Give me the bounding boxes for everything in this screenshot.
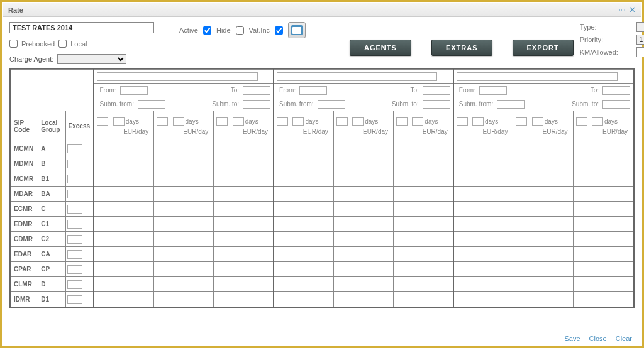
rate-cell[interactable] xyxy=(154,141,214,156)
rate-cell[interactable] xyxy=(394,156,453,171)
s3-from-input[interactable] xyxy=(479,86,507,95)
rate-cell[interactable] xyxy=(394,141,453,156)
season-2-name-input[interactable] xyxy=(277,72,437,81)
days-to-input[interactable] xyxy=(233,117,244,126)
rate-cell[interactable] xyxy=(513,277,573,292)
rate-cell[interactable] xyxy=(453,232,513,247)
type-select[interactable] xyxy=(636,22,644,32)
days-from-input[interactable] xyxy=(336,117,348,126)
km-allowed-input[interactable] xyxy=(636,47,644,57)
close-icon[interactable]: ✕ xyxy=(629,5,636,14)
days-from-input[interactable] xyxy=(97,117,108,126)
rate-cell[interactable] xyxy=(453,187,513,202)
rate-cell[interactable] xyxy=(214,292,274,307)
rate-cell[interactable] xyxy=(394,187,453,202)
s2-subto-input[interactable] xyxy=(423,100,450,109)
close-link[interactable]: Close xyxy=(589,335,607,342)
season-1-name-input[interactable] xyxy=(97,72,257,81)
rate-cell[interactable] xyxy=(333,232,393,247)
rate-cell[interactable] xyxy=(94,247,153,262)
rate-cell[interactable] xyxy=(154,292,214,307)
days-to-input[interactable] xyxy=(472,117,484,126)
rate-cell[interactable] xyxy=(214,171,274,187)
rate-cell[interactable] xyxy=(214,202,274,217)
rate-cell[interactable] xyxy=(274,141,333,156)
rate-cell[interactable] xyxy=(394,247,453,262)
rate-cell[interactable] xyxy=(154,262,214,277)
rate-cell[interactable] xyxy=(513,202,573,217)
excess-input[interactable] xyxy=(67,144,82,153)
rate-cell[interactable] xyxy=(333,202,393,217)
rate-cell[interactable] xyxy=(333,247,393,262)
rate-cell[interactable] xyxy=(274,202,333,217)
s2-to-input[interactable] xyxy=(423,86,450,95)
days-to-input[interactable] xyxy=(113,117,125,126)
rate-cell[interactable] xyxy=(513,141,573,156)
rate-cell[interactable] xyxy=(573,187,633,202)
rate-cell[interactable] xyxy=(274,292,333,307)
rate-cell[interactable] xyxy=(94,187,153,202)
rate-cell[interactable] xyxy=(573,277,633,292)
rate-cell[interactable] xyxy=(513,171,573,187)
days-to-input[interactable] xyxy=(532,117,543,126)
rate-cell[interactable] xyxy=(573,217,633,232)
rate-cell[interactable] xyxy=(94,156,153,171)
rate-cell[interactable] xyxy=(453,156,513,171)
rate-cell[interactable] xyxy=(394,277,453,292)
excess-input[interactable] xyxy=(67,265,82,274)
local-checkbox[interactable] xyxy=(58,40,67,48)
s2-subfrom-input[interactable] xyxy=(318,100,345,109)
excess-input[interactable] xyxy=(67,190,82,198)
rate-cell[interactable] xyxy=(573,232,633,247)
rate-cell[interactable] xyxy=(214,277,274,292)
rate-cell[interactable] xyxy=(154,247,214,262)
rate-cell[interactable] xyxy=(214,232,274,247)
rate-cell[interactable] xyxy=(333,156,393,171)
rate-cell[interactable] xyxy=(513,156,573,171)
rate-cell[interactable] xyxy=(274,171,333,187)
rate-cell[interactable] xyxy=(333,277,393,292)
rate-cell[interactable] xyxy=(274,262,333,277)
rate-cell[interactable] xyxy=(513,217,573,232)
s1-to-input[interactable] xyxy=(243,86,270,95)
rate-cell[interactable] xyxy=(513,262,573,277)
priority-select[interactable]: 1 xyxy=(636,35,644,45)
rate-cell[interactable] xyxy=(333,217,393,232)
days-from-input[interactable] xyxy=(277,117,288,126)
rate-cell[interactable] xyxy=(573,141,633,156)
days-to-input[interactable] xyxy=(352,117,364,126)
export-button[interactable]: EXPORT xyxy=(513,40,574,56)
rate-cell[interactable] xyxy=(94,171,153,187)
days-from-input[interactable] xyxy=(157,117,168,126)
rate-cell[interactable] xyxy=(333,171,393,187)
excess-input[interactable] xyxy=(67,280,82,289)
rate-cell[interactable] xyxy=(513,292,573,307)
rate-cell[interactable] xyxy=(214,262,274,277)
rate-cell[interactable] xyxy=(214,187,274,202)
rate-cell[interactable] xyxy=(333,262,393,277)
s3-subto-input[interactable] xyxy=(602,100,630,109)
rate-cell[interactable] xyxy=(214,156,274,171)
excess-input[interactable] xyxy=(67,295,82,304)
s1-subfrom-input[interactable] xyxy=(138,100,165,109)
rate-cell[interactable] xyxy=(513,247,573,262)
rate-cell[interactable] xyxy=(154,187,214,202)
hide-checkbox[interactable] xyxy=(236,26,244,35)
days-from-input[interactable] xyxy=(516,117,527,126)
rate-cell[interactable] xyxy=(573,292,633,307)
rate-cell[interactable] xyxy=(94,292,153,307)
days-to-input[interactable] xyxy=(592,117,603,126)
days-to-input[interactable] xyxy=(412,117,423,126)
rate-cell[interactable] xyxy=(394,292,453,307)
days-from-input[interactable] xyxy=(457,117,468,126)
rate-cell[interactable] xyxy=(94,262,153,277)
rate-cell[interactable] xyxy=(453,262,513,277)
rate-cell[interactable] xyxy=(453,277,513,292)
rate-cell[interactable] xyxy=(513,232,573,247)
rate-cell[interactable] xyxy=(453,202,513,217)
rate-cell[interactable] xyxy=(453,247,513,262)
rate-cell[interactable] xyxy=(453,217,513,232)
season-3-name-input[interactable] xyxy=(457,72,618,81)
rate-cell[interactable] xyxy=(154,156,214,171)
rate-cell[interactable] xyxy=(154,232,214,247)
